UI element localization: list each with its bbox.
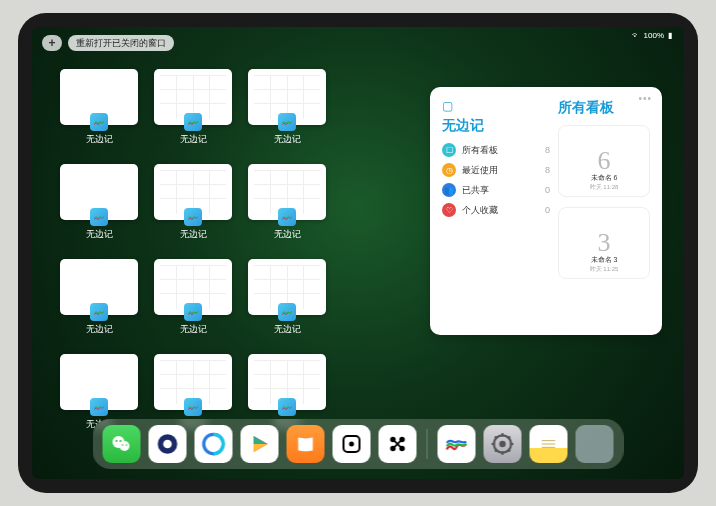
svg-point-4	[122, 444, 124, 446]
window-thumb[interactable]: 无边记	[154, 259, 232, 336]
panel-sidebar: ▢ 无边记 ☐ 所有看板 8◷ 最近使用 8👥 已共享 0♡ 个人收藏 0	[442, 99, 550, 323]
svg-marker-10	[254, 436, 268, 444]
thumb-label: 无边记	[274, 133, 301, 146]
freeform-app-icon	[184, 208, 202, 226]
category-item[interactable]: ◷ 最近使用 8	[442, 163, 550, 177]
sidebar-toggle-icon[interactable]: ▢	[442, 99, 550, 113]
thumb-label: 无边记	[274, 323, 301, 336]
category-icon: 👥	[442, 183, 456, 197]
freeform-app-icon	[90, 113, 108, 131]
freeform-panel[interactable]: ••• ▢ 无边记 ☐ 所有看板 8◷ 最近使用 8👥 已共享 0♡ 个人收藏 …	[430, 87, 662, 335]
panel-app-title: 无边记	[442, 117, 550, 135]
board-meta: 未命名 6 昨天 11:28	[559, 173, 649, 192]
freeform-app-icon	[278, 208, 296, 226]
dock-app-folder[interactable]	[576, 425, 614, 463]
thumb-preview	[248, 164, 326, 220]
dock-app-notes[interactable]	[530, 425, 568, 463]
thumb-label: 无边记	[86, 228, 113, 241]
more-icon[interactable]: •••	[638, 93, 652, 104]
window-thumb[interactable]: 无边记	[248, 164, 326, 241]
window-thumb[interactable]: 无边记	[154, 69, 232, 146]
category-count: 0	[545, 205, 550, 215]
thumb-preview	[248, 69, 326, 125]
window-thumb[interactable]: 无边记	[60, 259, 138, 336]
freeform-app-icon	[90, 208, 108, 226]
svg-line-28	[495, 449, 497, 451]
thumb-preview	[60, 69, 138, 125]
thumb-preview	[154, 69, 232, 125]
thumb-preview	[154, 164, 232, 220]
category-list: ☐ 所有看板 8◷ 最近使用 8👥 已共享 0♡ 个人收藏 0	[442, 143, 550, 217]
thumb-preview	[60, 164, 138, 220]
svg-point-5	[126, 444, 128, 446]
wifi-icon: ᯤ	[632, 31, 640, 40]
board-subtitle: 昨天 11:28	[559, 183, 649, 192]
svg-line-27	[508, 449, 510, 451]
thumb-preview	[248, 354, 326, 410]
thumb-preview	[60, 259, 138, 315]
category-item[interactable]: ☐ 所有看板 8	[442, 143, 550, 157]
dock-app-freeform[interactable]	[438, 425, 476, 463]
window-thumb[interactable]: 无边记	[248, 259, 326, 336]
svg-line-26	[495, 436, 497, 438]
svg-point-13	[349, 442, 354, 447]
svg-point-7	[163, 440, 172, 449]
window-thumb[interactable]: 无边记	[248, 69, 326, 146]
battery-icon: ▮	[668, 31, 672, 40]
category-label: 最近使用	[462, 164, 498, 177]
category-icon: ◷	[442, 163, 456, 177]
board-subtitle: 昨天 11:25	[559, 265, 649, 274]
svg-line-29	[508, 436, 510, 438]
category-label: 所有看板	[462, 144, 498, 157]
board-list: 6 未命名 6 昨天 11:28 3 未命名 3 昨天 11:25	[558, 125, 650, 279]
category-label: 已共享	[462, 184, 489, 197]
category-item[interactable]: ♡ 个人收藏 0	[442, 203, 550, 217]
new-window-button[interactable]: +	[42, 35, 62, 51]
thumb-label: 无边记	[274, 228, 301, 241]
freeform-app-icon	[184, 398, 202, 416]
board-sketch: 3	[598, 228, 611, 258]
freeform-app-icon	[278, 113, 296, 131]
board-title: 未命名 3	[559, 255, 649, 265]
window-thumb[interactable]: 无边记	[60, 164, 138, 241]
battery-text: 100%	[644, 31, 664, 40]
window-grid: 无边记 无边记 无边记 无边记 无边记	[60, 69, 326, 431]
thumb-preview	[60, 354, 138, 410]
freeform-app-icon	[90, 398, 108, 416]
thumb-label: 无边记	[180, 133, 207, 146]
thumb-preview	[154, 259, 232, 315]
window-thumb[interactable]: 无边记	[154, 164, 232, 241]
thumb-label: 无边记	[86, 133, 113, 146]
svg-point-3	[120, 440, 122, 442]
freeform-app-icon	[90, 303, 108, 321]
dock-app-qqb[interactable]	[195, 425, 233, 463]
freeform-app-icon	[278, 303, 296, 321]
category-item[interactable]: 👥 已共享 0	[442, 183, 550, 197]
category-label: 个人收藏	[462, 204, 498, 217]
dock-app-settings[interactable]	[484, 425, 522, 463]
board-sketch: 6	[598, 146, 611, 176]
board-card[interactable]: 3 未命名 3 昨天 11:25	[558, 207, 650, 279]
freeform-app-icon	[184, 303, 202, 321]
dock-app-books[interactable]	[287, 425, 325, 463]
dock-app-quark[interactable]	[149, 425, 187, 463]
board-title: 未命名 6	[559, 173, 649, 183]
window-thumb[interactable]: 无边记	[60, 69, 138, 146]
plus-icon: +	[48, 36, 55, 50]
dock-app-wechat[interactable]	[103, 425, 141, 463]
board-card[interactable]: 6 未命名 6 昨天 11:28	[558, 125, 650, 197]
dock-app-dice[interactable]	[333, 425, 371, 463]
svg-point-1	[120, 441, 130, 451]
reopen-closed-button[interactable]: 重新打开已关闭的窗口	[68, 35, 174, 51]
thumb-label: 无边记	[180, 323, 207, 336]
top-bar: + 重新打开已关闭的窗口	[42, 35, 174, 51]
ipad-frame: ᯤ 100% ▮ + 重新打开已关闭的窗口 无边记 无边记	[18, 13, 698, 493]
dock-app-play[interactable]	[241, 425, 279, 463]
svg-marker-11	[254, 444, 268, 452]
dock-app-x[interactable]	[379, 425, 417, 463]
category-icon: ♡	[442, 203, 456, 217]
thumb-label: 无边记	[180, 228, 207, 241]
svg-point-21	[499, 441, 506, 448]
board-meta: 未命名 3 昨天 11:25	[559, 255, 649, 274]
dock-separator	[427, 429, 428, 459]
